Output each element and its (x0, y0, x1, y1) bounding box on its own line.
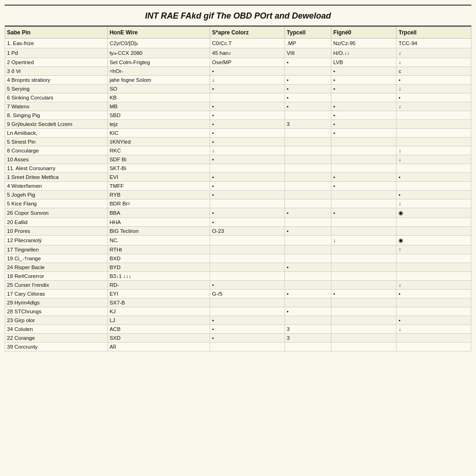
cell-wire: HHA (107, 218, 210, 227)
cell-trp: ◉ (397, 236, 471, 245)
cell-pin: 4 Bropnts stratiory (5, 76, 108, 85)
col-header-2: S*apre Colorz (210, 27, 284, 39)
cell-pin: 12 Pilecraniolý (5, 236, 108, 245)
cell-trp (397, 111, 471, 120)
cell-type: • (284, 76, 331, 85)
cell-fig: • (331, 85, 397, 93)
cell-pin: 10 Asses (5, 155, 108, 164)
cell-trp (397, 272, 471, 281)
cell-fig (331, 281, 397, 290)
cell-fig (331, 263, 397, 272)
cell-color (210, 93, 284, 102)
cell-wire: Set Colm-Frigteg (107, 58, 210, 67)
cell-wire: EYI (107, 290, 210, 298)
table-row: 2 OpertriedSet Colm-FrigtegOse/MP•LVB↓ (5, 58, 471, 67)
cell-color: • (210, 102, 284, 111)
cell-type: • (284, 85, 331, 93)
cell-type: • (284, 263, 331, 272)
cell-pin: 22 Corange (5, 334, 108, 343)
cell-type: 3 (284, 334, 331, 343)
cell-pin: 17 Tingnellen (5, 245, 108, 254)
cell-fig (331, 138, 397, 146)
table-row: 5 Kice FlangBDR Bi=↓ (5, 199, 471, 208)
cell-trp: ↓ (397, 58, 471, 67)
table-row: Ln Amiiback,KIC•• (5, 129, 471, 138)
cell-pin: 1 Sreet Dritee Metfica (5, 173, 108, 182)
cell-type: • (284, 290, 331, 298)
cell-type (284, 236, 331, 245)
cell-type: • (284, 58, 331, 67)
cell-fig: • (331, 290, 397, 298)
table-row: 23 Girp olorLJ•• (5, 316, 471, 325)
cell-fig (331, 164, 397, 173)
table-row: 6 Sinking CorcularsKB•• (5, 93, 471, 102)
cell-trp (397, 254, 471, 263)
cell-type (284, 191, 331, 199)
cell-fig: • (331, 111, 397, 120)
cell-wire: BBA (107, 208, 210, 218)
cell-fig: ↓ (331, 236, 397, 245)
cell-pin: 4 Woterñemen (5, 182, 108, 191)
cell-trp (397, 120, 471, 129)
cell-type (284, 316, 331, 325)
cell-pin: 18 Re#Corerror (5, 272, 108, 281)
cell-color: • (210, 191, 284, 199)
cell-color: 45 han♪ (210, 48, 284, 58)
table-row: 12 PilecraniolýNC.↓◉ (5, 236, 471, 245)
cell-trp: ◉ (397, 208, 471, 218)
cell-type (284, 298, 331, 307)
col-header-3: Typcell (284, 27, 331, 39)
cell-fig (331, 254, 397, 263)
cell-fig: • (331, 129, 397, 138)
cell-trp (397, 227, 471, 236)
cell-color: Ose/MP (210, 58, 284, 67)
cell-pin: 28 STChrungs (5, 307, 108, 316)
cell-trp (397, 182, 471, 191)
col-header-5: Trpcell (397, 27, 471, 39)
table-row: 20 EallidHHA• (5, 218, 471, 227)
cell-wire: RKC (107, 146, 210, 155)
table-row: 7 WatenxMB•••↓ (5, 102, 471, 111)
cell-type: • (284, 307, 331, 316)
cell-wire: LJ (107, 316, 210, 325)
cell-type (284, 155, 331, 164)
table-row: 5 Jogeh PigRYB•• (5, 191, 471, 199)
table-row: 29 Hyím4dlgsSX7-B (5, 298, 471, 307)
cell-wire: KIC (107, 129, 210, 138)
cell-wire: BXD (107, 254, 210, 263)
table-body: 1. Eas-frizeC2y/C0/[D]₂C0/Cc.T.MPNz/Cz-9… (5, 39, 471, 351)
cell-color: • (210, 85, 284, 93)
page-container: INT RAE FAkd gif The OBD POrt and Dewelo… (0, 0, 476, 476)
cell-pin: 8. Singing Pig (5, 111, 108, 120)
cell-type: • (284, 102, 331, 111)
cell-wire: tejz (107, 120, 210, 129)
cell-wire: AÏI (107, 343, 210, 351)
cell-fig (331, 245, 397, 254)
cell-fig (331, 146, 397, 155)
table-row: 10 ProresBIG TeclironO-23• (5, 227, 471, 236)
cell-color (210, 254, 284, 263)
cell-pin: 2 Opertried (5, 58, 108, 67)
cell-pin: 5 Kice Flang (5, 199, 108, 208)
cell-trp: • (397, 191, 471, 199)
cell-type (284, 199, 331, 208)
cell-color (210, 263, 284, 272)
table-row: 18 Re#CorerrorB3↓1 ↓↓↓ (5, 272, 471, 281)
cell-pin: 6 Sinking Corculars (5, 93, 108, 102)
cell-type: • (284, 93, 331, 102)
cell-fig (331, 325, 397, 334)
cell-wire: SDF Bi (107, 155, 210, 164)
cell-wire: SXD (107, 334, 210, 343)
cell-type (284, 254, 331, 263)
cell-color (210, 307, 284, 316)
cell-color: • (210, 182, 284, 191)
cell-type (284, 111, 331, 120)
table-row: 25 Curser I'rendixRD-•↓ (5, 281, 471, 290)
cell-pin: 3 ð Vr (5, 67, 108, 76)
cell-wire: SKT-Bi (107, 164, 210, 173)
cell-fig: • (331, 120, 397, 129)
cell-type (284, 138, 331, 146)
cell-trp: ↓ (397, 199, 471, 208)
cell-type: VIII (284, 48, 331, 58)
cell-wire: RTHt (107, 245, 210, 254)
